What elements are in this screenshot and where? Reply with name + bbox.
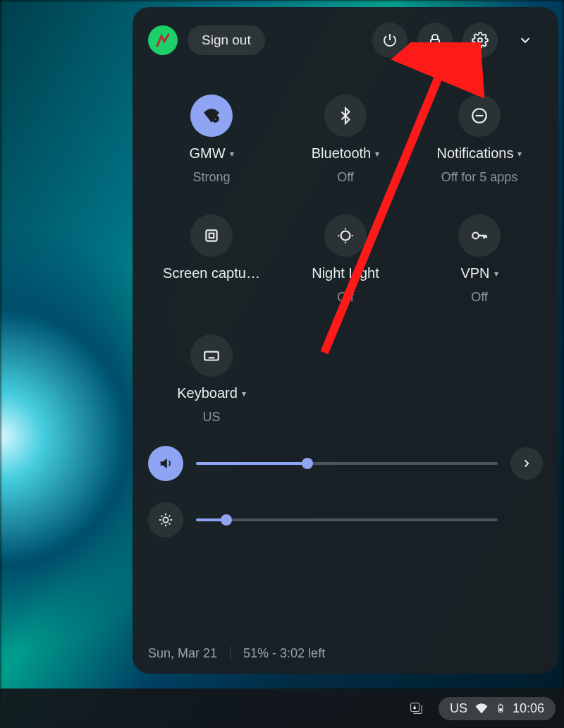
screen-capture-label: Screen captu… xyxy=(163,265,260,281)
quick-settings-panel: Sign out GMW▾ Strong Bluetooth▾ O xyxy=(133,7,558,674)
lock-button[interactable] xyxy=(417,23,453,58)
footer-divider xyxy=(230,645,231,661)
keyboard-icon xyxy=(190,334,233,377)
brightness-slider[interactable] xyxy=(196,518,498,521)
audio-settings-button[interactable] xyxy=(510,447,543,480)
vpn-tile[interactable]: VPN▾ Off xyxy=(416,214,543,305)
user-avatar[interactable] xyxy=(148,25,178,55)
notifications-status: Off for 5 apps xyxy=(441,170,518,185)
volume-slider[interactable] xyxy=(196,462,498,465)
overview-button[interactable] xyxy=(402,694,430,722)
vpn-label: VPN▾ xyxy=(460,265,498,281)
svg-point-9 xyxy=(472,233,479,239)
brightness-row xyxy=(148,502,543,538)
svg-rect-7 xyxy=(209,233,214,238)
night-light-icon xyxy=(324,214,367,257)
collapse-button[interactable] xyxy=(508,23,543,58)
notifications-label: Notifications▾ xyxy=(437,145,522,162)
bluetooth-icon xyxy=(324,95,367,137)
panel-header: Sign out xyxy=(148,23,543,58)
sign-out-button[interactable]: Sign out xyxy=(188,25,265,55)
svg-point-1 xyxy=(478,38,482,42)
screen-capture-icon xyxy=(190,214,233,257)
clock: 10:06 xyxy=(513,701,544,716)
sliders-section xyxy=(148,446,543,538)
battery-tray-icon xyxy=(496,701,505,715)
volume-row xyxy=(148,446,543,481)
svg-point-8 xyxy=(341,231,350,241)
svg-rect-10 xyxy=(204,352,219,360)
wifi-status: Strong xyxy=(192,170,230,185)
footer-battery: 51% - 3:02 left xyxy=(243,646,325,661)
night-light-label: Night Light xyxy=(312,265,379,281)
svg-rect-0 xyxy=(431,40,439,46)
volume-icon[interactable] xyxy=(148,446,183,481)
panel-footer: Sun, Mar 21 51% - 3:02 left xyxy=(148,645,543,661)
bluetooth-status: Off xyxy=(337,170,354,185)
svg-point-15 xyxy=(163,517,168,522)
brightness-icon[interactable] xyxy=(148,502,183,538)
night-light-tile[interactable]: Night Light Off xyxy=(282,214,409,305)
settings-button[interactable] xyxy=(462,23,498,58)
keyboard-tile[interactable]: Keyboard▾ US xyxy=(148,334,275,425)
wifi-icon xyxy=(190,95,233,137)
screen-capture-tile[interactable]: Screen captu… xyxy=(148,214,275,305)
bluetooth-label: Bluetooth▾ xyxy=(312,145,380,162)
vpn-key-icon xyxy=(458,214,501,257)
wifi-tile[interactable]: GMW▾ Strong xyxy=(148,95,275,185)
svg-rect-3 xyxy=(214,118,216,120)
bluetooth-tile[interactable]: Bluetooth▾ Off xyxy=(282,95,409,185)
vpn-status: Off xyxy=(471,290,488,305)
wifi-tray-icon xyxy=(474,701,489,715)
footer-date: Sun, Mar 21 xyxy=(148,646,217,661)
night-light-status: Off xyxy=(337,290,354,305)
power-button[interactable] xyxy=(372,23,407,58)
notifications-tile[interactable]: Notifications▾ Off for 5 apps xyxy=(416,95,543,185)
svg-rect-6 xyxy=(206,230,216,241)
ime-indicator: US xyxy=(450,701,467,716)
dnd-icon xyxy=(458,95,501,137)
svg-rect-19 xyxy=(499,708,502,711)
keyboard-status: US xyxy=(202,410,220,425)
status-tray[interactable]: US 10:06 xyxy=(439,697,556,720)
quick-tiles-grid: GMW▾ Strong Bluetooth▾ Off Notifications… xyxy=(148,95,543,425)
keyboard-label: Keyboard▾ xyxy=(177,385,246,401)
wifi-label: GMW▾ xyxy=(189,145,233,162)
taskbar: US 10:06 xyxy=(0,688,564,728)
